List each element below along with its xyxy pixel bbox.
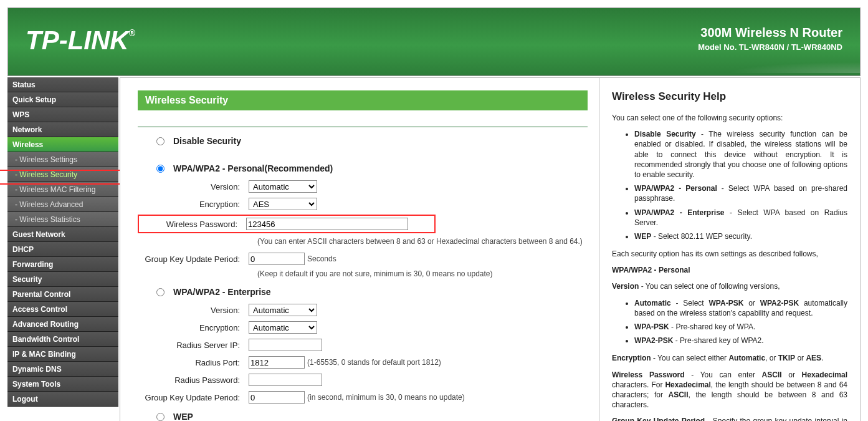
nav-item-security[interactable]: Security: [7, 272, 118, 287]
option-disable-security[interactable]: Disable Security: [138, 136, 588, 146]
nav-item-access-control[interactable]: Access Control: [7, 302, 118, 317]
decorative-curve: [673, 60, 860, 73]
wireless-password-label: Wireless Password:: [141, 220, 246, 229]
nav-item-parental-control[interactable]: Parental Control: [7, 287, 118, 302]
help-sec1-heading: WPA/WPA2 - Personal: [612, 265, 847, 275]
help-title: Wireless Security Help: [612, 90, 847, 103]
nav-item-status[interactable]: Status: [7, 77, 118, 92]
nav-item-wps[interactable]: WPS: [7, 107, 118, 122]
radius-pw-input[interactable]: [249, 374, 322, 386]
radius-ip-input[interactable]: [249, 339, 322, 351]
help-each: Each security option has its own setting…: [612, 249, 847, 259]
content-panel[interactable]: Wireless Security Disable Security WPA/W…: [120, 77, 599, 421]
brand-logo: TP-LINK®: [26, 26, 135, 56]
radio-disable-security[interactable]: [156, 137, 165, 145]
radio-wep[interactable]: [156, 413, 165, 421]
nav-item-dynamic-dns[interactable]: Dynamic DNS: [7, 362, 118, 377]
help-encryption-line: Encryption - You can select either Autom…: [612, 353, 847, 363]
help-option-item: WPA/WPA2 - Personal - Select WPA based o…: [634, 183, 847, 203]
version-select-personal[interactable]: Automatic: [249, 180, 317, 193]
wpa-personal-heading: WPA/WPA2 - Personal(Recommended): [173, 163, 333, 173]
help-version-item: WPA-PSK - Pre-shared key of WPA.: [634, 322, 847, 332]
nav-item-network[interactable]: Network: [7, 122, 118, 137]
gkup-label-personal: Group Key Update Period:: [138, 254, 249, 264]
version-label-ent: Version:: [138, 306, 249, 315]
disable-security-label: Disable Security: [173, 136, 241, 146]
help-version-list: Automatic - Select WPA-PSK or WPA2-PSK a…: [634, 298, 847, 346]
radius-port-input[interactable]: [249, 356, 305, 369]
option-wpa-personal[interactable]: WPA/WPA2 - Personal(Recommended): [138, 163, 588, 173]
encryption-select-enterprise[interactable]: Automatic: [249, 321, 317, 334]
nav-item-guest-network[interactable]: Guest Network: [7, 227, 118, 242]
nav-item-advanced-routing[interactable]: Advanced Routing: [7, 317, 118, 332]
highlight-box-password: Wireless Password:: [138, 215, 436, 233]
header-banner: TP-LINK® 300M Wireless N Router Model No…: [7, 7, 861, 76]
gkup-unit: Seconds: [307, 254, 336, 263]
nav-item-wireless-security[interactable]: - Wireless Security: [7, 167, 118, 182]
nav-item-dhcp[interactable]: DHCP: [7, 242, 118, 257]
help-version-item: Automatic - Select WPA-PSK or WPA2-PSK a…: [634, 298, 847, 318]
nav-item-logout[interactable]: Logout: [7, 392, 118, 407]
radio-wpa-personal[interactable]: [156, 165, 165, 173]
page-title: Wireless Security: [138, 90, 588, 110]
help-option-item: Disable Security - The wireless security…: [634, 129, 847, 180]
help-option-item: WPA/WPA2 - Enterprise - Select WPA based…: [634, 208, 847, 228]
help-version-item: WPA2-PSK - Pre-shared key of WPA2.: [634, 336, 847, 346]
nav-item-wireless[interactable]: Wireless: [7, 137, 118, 152]
encryption-label: Encryption:: [138, 200, 249, 209]
nav-item-forwarding[interactable]: Forwarding: [7, 257, 118, 272]
model-number: Model No. TL-WR840N / TL-WR840ND: [698, 42, 842, 52]
radius-ip-label: Radius Server IP:: [138, 341, 249, 350]
help-gkup-line: Group Key Update Period - Specify the gr…: [612, 416, 847, 421]
help-password-line: Wireless Password - You can enter ASCII …: [612, 370, 847, 410]
nav-item-wireless-mac-filtering[interactable]: - Wireless MAC Filtering: [7, 182, 118, 197]
radius-port-hint: (1-65535, 0 stands for default port 1812…: [307, 358, 441, 367]
radio-wpa-enterprise[interactable]: [156, 288, 165, 296]
nav-item-wireless-advanced[interactable]: - Wireless Advanced: [7, 197, 118, 212]
help-intro: You can select one of the following secu…: [612, 113, 847, 123]
gkup-input-enterprise[interactable]: [249, 391, 305, 404]
option-wpa-enterprise[interactable]: WPA/WPA2 - Enterprise: [138, 287, 588, 297]
nav-item-wireless-settings[interactable]: - Wireless Settings: [7, 152, 118, 167]
radius-pw-label: Radius Password:: [138, 375, 249, 385]
radius-port-label: Radius Port:: [138, 358, 249, 367]
help-options-list: Disable Security - The wireless security…: [634, 129, 847, 241]
wireless-password-input[interactable]: [246, 218, 408, 230]
gkup-hint-personal: (Keep it default if you are not sure, mi…: [257, 269, 588, 278]
encryption-label-ent: Encryption:: [138, 323, 249, 332]
nav-item-bandwidth-control[interactable]: Bandwidth Control: [7, 332, 118, 347]
separator: [138, 127, 588, 127]
help-version-lead: Version - You can select one of followin…: [612, 281, 847, 291]
option-wep[interactable]: WEP: [138, 412, 588, 421]
version-label: Version:: [138, 182, 249, 191]
nav-item-system-tools[interactable]: System Tools: [7, 377, 118, 392]
help-panel[interactable]: Wireless Security Help You can select on…: [599, 77, 861, 421]
nav-item-ip-mac-binding[interactable]: IP & MAC Binding: [7, 347, 118, 362]
wep-heading: WEP: [173, 412, 193, 421]
nav-item-wireless-statistics[interactable]: - Wireless Statistics: [7, 212, 118, 227]
password-hint: (You can enter ASCII characters between …: [257, 237, 588, 246]
gkup-label-ent: Group Key Update Period:: [138, 393, 249, 402]
encryption-select-personal[interactable]: AES: [249, 198, 317, 210]
version-select-enterprise[interactable]: Automatic: [249, 304, 317, 316]
product-title: 300M Wireless N Router: [698, 26, 842, 40]
gkup-hint-ent: (in second, minimum is 30, 0 means no up…: [307, 393, 465, 402]
nav-sidebar: StatusQuick SetupWPSNetworkWireless- Wir…: [7, 77, 118, 421]
nav-item-quick-setup[interactable]: Quick Setup: [7, 92, 118, 107]
help-option-item: WEP - Select 802.11 WEP security.: [634, 231, 847, 241]
gkup-input-personal[interactable]: [249, 253, 305, 265]
wpa-enterprise-heading: WPA/WPA2 - Enterprise: [173, 287, 271, 297]
